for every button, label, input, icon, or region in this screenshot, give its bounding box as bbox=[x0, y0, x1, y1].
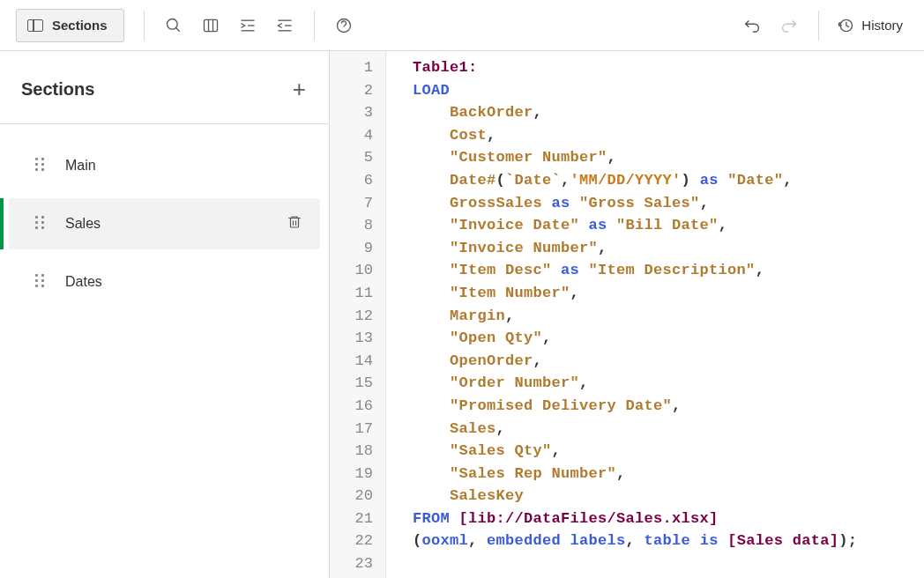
divider bbox=[818, 11, 819, 41]
divider bbox=[144, 11, 145, 41]
line-number: 21 bbox=[330, 508, 385, 530]
drag-handle-icon[interactable] bbox=[35, 216, 44, 232]
svg-line-1 bbox=[175, 27, 179, 31]
line-number: 1 bbox=[330, 56, 385, 79]
line-number: 14 bbox=[330, 350, 385, 373]
indent-button[interactable] bbox=[231, 9, 265, 42]
line-number: 15 bbox=[330, 372, 385, 395]
delete-section-button[interactable] bbox=[287, 213, 302, 234]
line-number: 20 bbox=[330, 485, 385, 508]
indent-icon bbox=[239, 17, 257, 34]
section-label: Main bbox=[65, 158, 302, 174]
history-label: History bbox=[861, 18, 903, 33]
line-number: 17 bbox=[330, 418, 385, 441]
comment-toggle-button[interactable] bbox=[194, 9, 227, 42]
line-number: 19 bbox=[330, 463, 385, 485]
svg-point-0 bbox=[167, 19, 177, 29]
history-button[interactable]: History bbox=[831, 17, 908, 34]
line-number: 13 bbox=[330, 327, 385, 350]
outdent-button[interactable] bbox=[268, 9, 302, 42]
line-number: 6 bbox=[330, 169, 385, 192]
section-item-main[interactable]: Main bbox=[9, 140, 320, 191]
add-section-button[interactable]: + bbox=[293, 78, 306, 100]
section-label: Dates bbox=[65, 274, 302, 290]
line-number: 4 bbox=[330, 124, 385, 147]
sidebar-header: Sections + bbox=[0, 67, 329, 111]
help-button[interactable] bbox=[327, 9, 361, 42]
drag-handle-icon[interactable] bbox=[35, 158, 44, 174]
script-editor[interactable]: 1234567891011121314151617181920212223 Ta… bbox=[330, 51, 924, 578]
line-gutter: 1234567891011121314151617181920212223 bbox=[330, 51, 386, 578]
toolbar: Sections bbox=[0, 0, 924, 51]
undo-icon bbox=[742, 16, 762, 35]
outdent-icon bbox=[276, 17, 294, 34]
svg-rect-14 bbox=[291, 219, 299, 228]
line-number: 5 bbox=[330, 146, 385, 169]
sections-toggle-label: Sections bbox=[52, 18, 108, 33]
sidebar-title: Sections bbox=[21, 79, 94, 100]
section-label: Sales bbox=[65, 216, 265, 232]
line-number: 18 bbox=[330, 440, 385, 463]
search-icon bbox=[165, 17, 183, 34]
line-number: 8 bbox=[330, 214, 385, 237]
history-icon bbox=[837, 17, 854, 34]
line-number: 10 bbox=[330, 259, 385, 282]
sections-sidebar: Sections + MainSalesDates bbox=[0, 51, 330, 578]
help-icon bbox=[335, 17, 353, 34]
line-number: 11 bbox=[330, 282, 385, 305]
sections-toggle-button[interactable]: Sections bbox=[16, 9, 124, 42]
line-number: 7 bbox=[330, 192, 385, 215]
section-item-dates[interactable]: Dates bbox=[9, 256, 320, 308]
undo-button[interactable] bbox=[735, 9, 769, 42]
divider bbox=[314, 11, 315, 41]
line-number: 23 bbox=[330, 552, 385, 575]
line-number: 2 bbox=[330, 79, 385, 102]
line-number: 12 bbox=[330, 305, 385, 328]
comment-icon bbox=[202, 17, 220, 34]
line-number: 9 bbox=[330, 237, 385, 260]
sections-list: MainSalesDates bbox=[0, 140, 329, 308]
section-item-sales[interactable]: Sales bbox=[9, 198, 320, 249]
line-number: 22 bbox=[330, 530, 385, 552]
drag-handle-icon[interactable] bbox=[35, 274, 44, 290]
svg-rect-2 bbox=[204, 19, 217, 31]
search-button[interactable] bbox=[157, 9, 190, 42]
line-number: 16 bbox=[330, 395, 385, 418]
code-area[interactable]: Table1:LOAD BackOrder, Cost, "Customer N… bbox=[386, 51, 924, 578]
redo-button[interactable] bbox=[772, 9, 806, 42]
panel-icon bbox=[27, 19, 43, 32]
line-number: 3 bbox=[330, 101, 385, 124]
redo-icon bbox=[779, 16, 799, 35]
